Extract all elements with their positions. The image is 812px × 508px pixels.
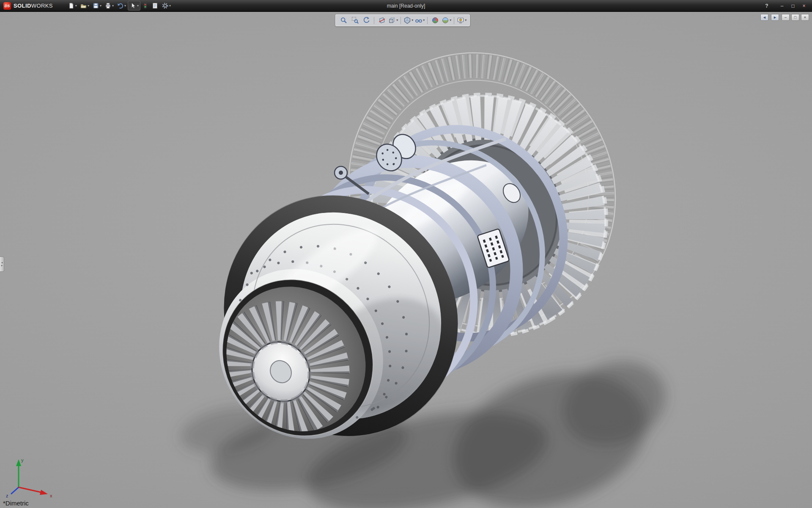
minimize-button[interactable]: – <box>777 2 787 10</box>
dropdown-caret[interactable]: ▾ <box>423 19 425 22</box>
handle-arrow-right-icon: ▸ <box>1 264 3 267</box>
apply-scene-button[interactable]: ▾ <box>441 16 452 25</box>
toolbar-separator <box>454 17 454 24</box>
help-button[interactable]: ? <box>762 2 771 10</box>
restore-button[interactable]: □ <box>788 2 798 10</box>
new-document-button[interactable]: ▾ <box>66 1 78 10</box>
y-axis-arrow <box>16 459 21 466</box>
new-document-icon <box>68 2 75 9</box>
file-properties-button[interactable] <box>150 1 160 10</box>
display-style-icon <box>403 17 411 24</box>
previous-view-button[interactable] <box>361 16 372 25</box>
main-toolbar: ▾ ▾ ▾ ▾ <box>66 1 172 11</box>
dropdown-caret[interactable]: ▾ <box>75 4 77 8</box>
app-logo: DS SOLIDWORKS <box>0 2 57 10</box>
undo-button[interactable]: ▾ <box>115 1 127 10</box>
next-document-button[interactable]: ► <box>771 14 779 21</box>
display-style-button[interactable]: ▾ <box>403 16 414 25</box>
print-icon <box>104 2 112 9</box>
select-button[interactable]: ▾ <box>128 1 140 11</box>
document-window-controls: ◄ ► – □ × <box>760 14 809 21</box>
close-button[interactable]: × <box>799 2 809 10</box>
graphics-area[interactable]: ▾ ▾ ▾ <box>0 12 812 508</box>
feature-tree-handle[interactable]: ◂ ▸ <box>0 257 4 272</box>
reference-triad: x y z <box>5 450 60 499</box>
dassault-logo-icon: DS <box>3 2 11 10</box>
brand-light: WORKS <box>31 3 53 9</box>
dropdown-caret[interactable]: ▾ <box>396 19 398 22</box>
view-orientation-label: *Dimetric <box>3 500 29 507</box>
handle-arrow-left-icon: ◂ <box>1 261 3 264</box>
options-gear-icon <box>162 2 169 9</box>
toolbar-separator <box>427 17 428 24</box>
scene-sphere-icon <box>442 17 449 24</box>
solidworks-window: DS SOLIDWORKS ▾ ▾ ▾ <box>0 0 812 508</box>
dropdown-caret[interactable]: ▾ <box>100 4 102 8</box>
edit-appearance-button[interactable] <box>430 16 440 25</box>
y-axis-label: y <box>21 458 24 463</box>
brand-bold: SOLID <box>14 3 31 9</box>
zoom-to-fit-button[interactable] <box>338 16 349 25</box>
dropdown-caret[interactable]: ▾ <box>450 19 451 22</box>
open-document-button[interactable]: ▾ <box>79 1 91 10</box>
print-button[interactable]: ▾ <box>103 1 115 10</box>
x-axis-arrow <box>40 490 48 495</box>
z-axis-arrow <box>11 487 19 494</box>
dropdown-caret[interactable]: ▾ <box>465 19 466 22</box>
previous-view-icon <box>363 17 370 24</box>
window-controls: ? – □ × <box>762 2 812 10</box>
undo-icon <box>117 2 124 9</box>
dropdown-caret[interactable]: ▾ <box>88 4 89 8</box>
hide-show-items-button[interactable]: ▾ <box>414 16 425 25</box>
appearance-ball-icon <box>431 17 439 24</box>
glasses-icon <box>415 17 422 24</box>
select-cursor-icon <box>129 2 137 9</box>
dropdown-caret[interactable]: ▾ <box>169 4 171 8</box>
restore-document-button[interactable]: □ <box>791 14 799 21</box>
model-scene <box>0 12 812 508</box>
dropdown-caret[interactable]: ▾ <box>411 19 413 22</box>
titlebar: DS SOLIDWORKS ▾ ▾ ▾ <box>0 0 812 12</box>
rebuild-status-button[interactable] <box>141 1 150 10</box>
open-folder-icon <box>80 2 87 9</box>
view-orientation-button[interactable]: ▾ <box>388 16 398 25</box>
section-view-icon <box>378 17 386 24</box>
zoom-to-area-icon <box>351 17 359 24</box>
minimize-document-button[interactable]: – <box>782 14 790 21</box>
save-button[interactable]: ▾ <box>91 1 103 10</box>
zoom-to-area-button[interactable] <box>350 16 360 25</box>
dropdown-caret[interactable]: ▾ <box>137 4 139 8</box>
view-settings-button[interactable]: ▾ <box>456 16 467 25</box>
toolbar-separator <box>374 17 374 24</box>
z-axis-label: z <box>6 493 8 498</box>
options-button[interactable]: ▾ <box>160 1 172 10</box>
x-axis-label: x <box>50 493 52 498</box>
previous-document-button[interactable]: ◄ <box>760 14 768 21</box>
dropdown-caret[interactable]: ▾ <box>124 4 126 8</box>
save-icon <box>92 2 99 9</box>
dropdown-caret[interactable]: ▾ <box>112 4 114 8</box>
document-title: main [Read-only] <box>387 3 425 9</box>
heads-up-view-toolbar: ▾ ▾ ▾ <box>335 14 470 26</box>
toolbar-separator <box>401 17 401 24</box>
view-orientation-cube-icon <box>388 17 396 24</box>
traffic-light-icon <box>142 2 148 9</box>
zoom-to-fit-icon <box>340 17 348 24</box>
app-name: SOLIDWORKS <box>14 3 53 9</box>
file-properties-icon <box>151 2 159 9</box>
section-view-button[interactable] <box>376 16 387 25</box>
view-settings-icon <box>457 17 464 24</box>
close-document-button[interactable]: × <box>801 14 809 21</box>
